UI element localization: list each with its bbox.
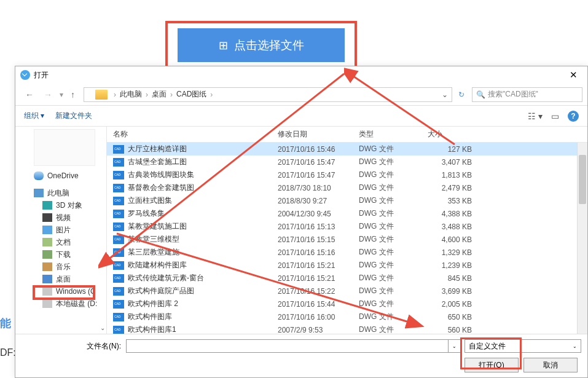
toolbar: 组织 ▾ 新建文件夹 ☷ ▾ ▭ ? xyxy=(15,106,587,127)
breadcrumb-item[interactable]: 桌面 xyxy=(152,89,167,100)
doc-icon xyxy=(42,238,52,246)
3d-icon xyxy=(42,201,52,210)
dwg-file-icon xyxy=(113,248,124,257)
pc-icon xyxy=(34,189,44,197)
open-button[interactable]: 打开(O) xyxy=(465,358,519,372)
cancel-button[interactable]: 取消 xyxy=(523,358,578,372)
sidebar-item[interactable]: 音乐 xyxy=(15,261,106,273)
file-row[interactable]: 某教堂三维模型 2017/10/16 15:15 DWG 文件 4,600 KB xyxy=(107,233,587,246)
sidebar-item[interactable]: 此电脑 xyxy=(15,187,106,199)
dl-icon xyxy=(42,250,52,259)
sidebar-item[interactable]: 本地磁盘 (D: xyxy=(15,297,106,310)
music-icon xyxy=(42,262,52,271)
col-type[interactable]: 类型 xyxy=(359,129,428,140)
breadcrumb-item[interactable]: 此电脑 xyxy=(120,89,142,100)
dwg-file-icon xyxy=(113,300,124,309)
back-button[interactable]: ← xyxy=(20,87,39,102)
file-row[interactable]: 罗马线条集 2004/12/30 9:45 DWG 文件 4,388 KB xyxy=(107,207,587,220)
edge-text: 能 xyxy=(0,316,11,331)
view-details-icon[interactable]: ▭ xyxy=(551,111,559,121)
dwg-file-icon xyxy=(113,222,124,231)
file-row[interactable]: 古典装饰线脚图块集 2017/10/16 15:47 DWG 文件 1,813 … xyxy=(107,168,587,181)
up-button[interactable]: ↑ xyxy=(66,87,80,102)
file-open-dialog: 打开 ✕ ← → ▾ ↑ › 此电脑 › 桌面 › CAD图纸 › ⌄ ↻ 🔍 … xyxy=(15,66,588,378)
cloud-icon xyxy=(34,171,44,180)
scrollbar[interactable] xyxy=(577,143,587,334)
add-file-icon: ⊞ xyxy=(219,39,228,52)
col-size[interactable]: 大小 xyxy=(428,129,477,140)
file-area: 名称 修改日期 类型 大小 大厅立柱构造详图 2017/10/16 15:46 … xyxy=(107,127,587,334)
file-row[interactable]: 欧式构件图库 2 2017/10/16 15:44 DWG 文件 2,005 K… xyxy=(107,297,587,310)
video-icon xyxy=(42,213,52,222)
help-icon[interactable]: ? xyxy=(568,111,579,122)
bottom-panel: 文件名(N): ⌄ 自定义文件 ⌄ 打开(O) 取消 xyxy=(15,334,587,377)
search-input[interactable]: 🔍 搜索"CAD图纸" xyxy=(472,87,582,102)
sidebar-item[interactable]: 文档 xyxy=(15,236,106,248)
organize-button[interactable]: 组织 ▾ xyxy=(24,111,44,121)
breadcrumb-dropdown[interactable]: ⌄ xyxy=(442,90,448,99)
dwg-file-icon xyxy=(113,235,124,244)
sidebar-item[interactable]: 3D 对象 xyxy=(15,199,106,211)
dialog-title: 打开 xyxy=(34,70,49,81)
titlebar: 打开 ✕ xyxy=(15,66,587,84)
filename-dropdown[interactable]: ⌄ xyxy=(449,339,461,353)
breadcrumb-item[interactable]: CAD图纸 xyxy=(176,89,206,100)
dwg-file-icon xyxy=(113,197,124,205)
new-folder-button[interactable]: 新建文件夹 xyxy=(55,111,92,121)
close-button[interactable]: ✕ xyxy=(565,69,582,81)
file-row[interactable]: 大厅立柱构造详图 2017/10/16 15:46 DWG 文件 127 KB xyxy=(107,143,587,156)
dwg-file-icon xyxy=(113,326,124,334)
sidebar: OneDrive 此电脑 3D 对象 视频 图片 文档 下载 音乐 桌面 Win… xyxy=(15,127,107,334)
file-row[interactable]: 基督教会全套建筑图 2018/7/30 18:10 DWG 文件 2,479 K… xyxy=(107,181,587,194)
dwg-file-icon xyxy=(113,184,124,192)
dwg-file-icon xyxy=(113,261,124,270)
dwg-file-icon xyxy=(113,145,124,154)
desktop-icon xyxy=(42,275,52,283)
file-row[interactable]: 立面柱式图集 2018/8/30 9:27 DWG 文件 353 KB xyxy=(107,194,587,207)
folder-icon xyxy=(95,90,108,100)
dwg-file-icon xyxy=(113,210,124,218)
dwg-file-icon xyxy=(113,171,124,179)
col-name[interactable]: 名称 xyxy=(113,129,278,140)
file-row[interactable]: 欧式构件庭院产品图 2017/10/16 15:22 DWG 文件 3,699 … xyxy=(107,285,587,297)
column-headers: 名称 修改日期 类型 大小 xyxy=(107,127,587,143)
app-icon xyxy=(20,70,30,80)
nav-bar: ← → ▾ ↑ › 此电脑 › 桌面 › CAD图纸 › ⌄ ↻ 🔍 搜索"CA… xyxy=(15,84,587,106)
scrollbar-thumb[interactable] xyxy=(579,155,586,204)
dwg-file-icon xyxy=(113,313,124,321)
file-row[interactable]: 古城堡全套施工图 2017/10/16 15:47 DWG 文件 3,407 K… xyxy=(107,156,587,168)
sidebar-item[interactable]: 图片 xyxy=(15,224,106,236)
breadcrumb[interactable]: › 此电脑 › 桌面 › CAD图纸 › ⌄ xyxy=(84,87,452,102)
filter-dropdown[interactable]: 自定义文件 ⌄ xyxy=(465,339,581,353)
file-row[interactable]: 欧式构件图库 2017/10/16 16:00 DWG 文件 650 KB xyxy=(107,310,587,323)
upload-button-label: 点击选择文件 xyxy=(234,37,304,53)
sidebar-item[interactable]: 下载 xyxy=(15,248,106,261)
dwg-file-icon xyxy=(113,287,124,296)
col-date[interactable]: 修改日期 xyxy=(278,129,359,140)
sidebar-item[interactable]: Windows (C xyxy=(15,285,106,297)
file-row[interactable]: 欧陆建材构件图库 2017/10/16 15:21 DWG 文件 1,239 K… xyxy=(107,259,587,272)
filename-label: 文件名(N): xyxy=(22,341,126,352)
refresh-button[interactable]: ↻ xyxy=(456,88,467,101)
sidebar-item[interactable]: OneDrive xyxy=(15,170,106,182)
upload-button[interactable]: ⊞ 点击选择文件 xyxy=(178,28,345,62)
dwg-file-icon xyxy=(113,274,124,283)
edge-text: DF: xyxy=(0,347,16,358)
file-list[interactable]: 大厅立柱构造详图 2017/10/16 15:46 DWG 文件 127 KB … xyxy=(107,143,587,334)
upload-button-highlight: ⊞ 点击选择文件 xyxy=(165,21,357,69)
win-icon xyxy=(42,287,52,296)
disk-icon xyxy=(42,299,52,308)
pic-icon xyxy=(42,226,52,234)
sidebar-item[interactable]: 视频 xyxy=(15,211,106,224)
search-icon: 🔍 xyxy=(476,90,485,99)
file-row[interactable]: 欧式传统建筑元素-窗台 2017/10/16 15:21 DWG 文件 845 … xyxy=(107,272,587,285)
file-row[interactable]: 欧式构件图库1 2007/2/9 9:53 DWG 文件 560 KB xyxy=(107,323,587,334)
filename-input[interactable] xyxy=(126,339,449,353)
file-row[interactable]: 某教堂建筑施工图 2017/10/16 15:13 DWG 文件 3,488 K… xyxy=(107,220,587,233)
file-row[interactable]: 某三层教堂建施 2017/10/16 15:16 DWG 文件 1,329 KB xyxy=(107,246,587,259)
view-list-icon[interactable]: ☷ ▾ xyxy=(528,111,543,121)
dwg-file-icon xyxy=(113,158,124,167)
forward-button[interactable]: → xyxy=(39,87,57,102)
sidebar-item[interactable]: 桌面 xyxy=(15,273,106,285)
